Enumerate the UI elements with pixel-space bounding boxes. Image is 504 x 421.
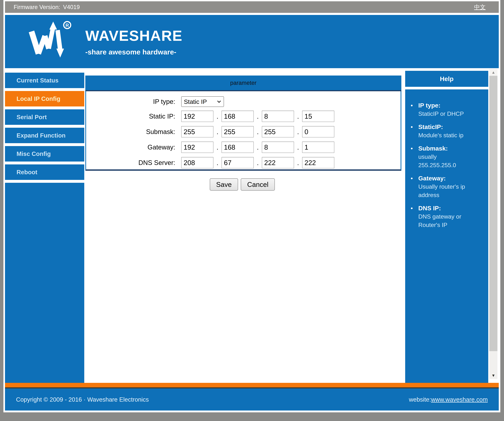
save-button[interactable]: Save (210, 178, 238, 191)
parameter-panel-header: parameter (85, 76, 401, 91)
sidebar-item-label: Current Status (17, 77, 58, 84)
brand-text-block: WAVESHARE -share awesome hardware- (85, 27, 183, 56)
submask-octet-4[interactable] (302, 126, 334, 137)
help-panel-body: • IP type: StaticIP or DHCP • StaticIP: … (405, 89, 488, 383)
octet-separator: . (213, 143, 222, 151)
firmware-version-value: V4019 (63, 4, 80, 10)
ip-type-label: IP type: (86, 98, 181, 105)
brand-tagline: -share awesome hardware- (85, 48, 183, 56)
gateway-octet-3[interactable] (262, 142, 294, 153)
sidebar-nav: Current Status Local IP Config Serial Po… (5, 68, 84, 383)
octet-separator: . (213, 159, 222, 167)
form-row-ip-type: IP type: Static IP (86, 96, 401, 107)
gateway-octet-4[interactable] (302, 142, 334, 153)
bullet-icon: • (411, 144, 418, 170)
content-area: parameter IP type: Static IP Static (84, 68, 405, 383)
submask-label: Submask: (86, 128, 181, 135)
brand-name: WAVESHARE (85, 27, 183, 44)
bullet-icon: • (411, 123, 418, 140)
help-desc: StaticIP or DHCP (418, 110, 464, 118)
scrollbar-thumb[interactable] (489, 76, 498, 351)
octet-separator: . (294, 159, 302, 167)
help-term: Gateway: (418, 174, 465, 182)
static-ip-octet-1[interactable] (181, 111, 213, 122)
chevron-down-icon (217, 100, 221, 103)
static-ip-label: Static IP: (86, 112, 181, 120)
static-ip-octet-2[interactable] (222, 111, 254, 122)
footer-divider (5, 387, 499, 388)
static-ip-octet-4[interactable] (302, 111, 334, 122)
parameter-form: IP type: Static IP Static IP: . (85, 91, 401, 171)
parameter-panel-title: parameter (230, 80, 257, 86)
sidebar-item-label: Misc Config (17, 150, 51, 157)
help-item-dns-ip: • DNS IP: DNS gateway or Router's IP (411, 204, 485, 229)
help-panel-header: Help (405, 71, 488, 87)
form-row-submask: Submask: . . . (86, 126, 401, 137)
ip-type-select[interactable]: Static IP (181, 96, 224, 107)
page-frame: Firmware Version: V4019 中文 R WAVESHARE -… (3, 0, 500, 412)
submask-octet-3[interactable] (262, 126, 294, 137)
form-row-static-ip: Static IP: . . . (86, 111, 401, 122)
sidebar-item-local-ip-config[interactable]: Local IP Config (5, 91, 84, 106)
help-title: Help (440, 75, 453, 82)
sidebar-item-expand-function[interactable]: Expand Function (5, 128, 84, 143)
divider (5, 13, 499, 15)
form-row-gateway: Gateway: . . . (86, 142, 401, 153)
octet-separator: . (254, 143, 262, 151)
bullet-icon: • (411, 174, 418, 199)
language-switch-link[interactable]: 中文 (474, 3, 486, 11)
help-term: DNS IP: (418, 204, 461, 212)
help-item-submask: • Submask: usually 255.255.255.0 (411, 144, 485, 170)
sidebar-item-current-status[interactable]: Current Status (5, 73, 84, 88)
cancel-button[interactable]: Cancel (241, 178, 275, 191)
octet-separator: . (294, 128, 302, 136)
submask-octet-1[interactable] (181, 126, 213, 137)
help-desc: Usually router's ip address (418, 182, 465, 199)
gateway-octet-1[interactable] (181, 142, 213, 153)
help-desc: DNS gateway or Router's IP (418, 212, 461, 229)
sidebar-item-serial-port[interactable]: Serial Port (5, 109, 84, 125)
brand-header: R WAVESHARE -share awesome hardware- (5, 15, 499, 68)
form-actions: Save Cancel (84, 178, 400, 191)
dns-octet-2[interactable] (222, 157, 254, 168)
sidebar-item-misc-config[interactable]: Misc Config (5, 146, 84, 162)
footer-accent-bar (5, 383, 499, 387)
website-link[interactable]: www.waveshare.com (431, 396, 488, 403)
dns-server-label: DNS Server: (86, 159, 181, 167)
firmware-version-label: Firmware Version: (14, 4, 60, 10)
submask-octet-2[interactable] (222, 126, 254, 137)
octet-separator: . (254, 112, 262, 120)
copyright-text: Copyright © 2009 - 2016 · Waveshare Elec… (16, 396, 149, 403)
help-term: IP type: (418, 101, 464, 110)
svg-text:R: R (66, 23, 69, 28)
help-item-ip-type: • IP type: StaticIP or DHCP (411, 101, 485, 118)
main-row: Current Status Local IP Config Serial Po… (5, 68, 499, 383)
dns-octet-3[interactable] (262, 157, 294, 168)
sidebar-filler (5, 183, 84, 383)
octet-separator: . (254, 159, 262, 167)
bullet-icon: • (411, 204, 418, 229)
gateway-octet-2[interactable] (222, 142, 254, 153)
bullet-icon: • (411, 101, 418, 118)
scrollbar: ▲ ▼ (488, 68, 499, 383)
octet-separator: . (294, 143, 302, 151)
dns-octet-1[interactable] (181, 157, 213, 168)
scrollbar-down-icon[interactable]: ▼ (489, 372, 498, 379)
sidebar-item-label: Local IP Config (17, 95, 60, 102)
dns-octet-4[interactable] (302, 157, 334, 168)
static-ip-octet-3[interactable] (262, 111, 294, 122)
help-item-static-ip: • StaticIP: Module's static ip (411, 123, 485, 140)
footer: Copyright © 2009 - 2016 · Waveshare Elec… (5, 388, 499, 410)
gateway-label: Gateway: (86, 143, 181, 151)
waveshare-logo-icon: R (27, 21, 72, 63)
help-item-gateway: • Gateway: Usually router's ip address (411, 174, 485, 199)
scrollbar-up-icon[interactable]: ▲ (489, 69, 498, 76)
website-text: website:www.waveshare.com (409, 396, 488, 403)
sidebar-item-label: Serial Port (17, 114, 47, 121)
sidebar-item-label: Expand Function (17, 132, 66, 139)
sidebar-item-reboot[interactable]: Reboot (5, 164, 84, 180)
help-term: StaticIP: (418, 123, 463, 131)
parameter-panel: parameter IP type: Static IP Static (85, 76, 401, 171)
website-label: website: (409, 396, 431, 403)
scrollbar-track[interactable]: ▲ ▼ (489, 69, 498, 379)
